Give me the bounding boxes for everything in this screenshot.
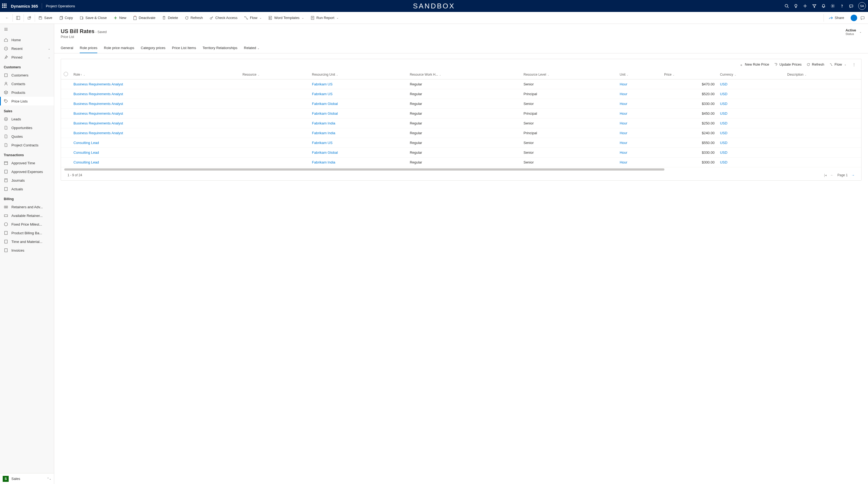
cell-level[interactable]: Senior bbox=[521, 148, 617, 157]
save-button[interactable]: Save bbox=[35, 12, 56, 24]
bell-icon[interactable] bbox=[822, 4, 826, 8]
nav-approved-expenses[interactable]: Approved Expenses bbox=[0, 167, 54, 176]
cell-resourcing-unit[interactable]: Fabrikam US bbox=[309, 89, 407, 99]
col-description[interactable]: Description⌄ bbox=[784, 70, 861, 80]
nav-customers[interactable]: Customers bbox=[0, 71, 54, 80]
nav-fixed-price[interactable]: Fixed Price Milest... bbox=[0, 220, 54, 229]
cell-resourcing-unit[interactable]: Fabrikam US bbox=[309, 80, 407, 89]
cell-currency[interactable]: USD bbox=[717, 99, 784, 109]
cell-price[interactable]: $550.00 bbox=[661, 138, 717, 148]
nav-journals[interactable]: Journals bbox=[0, 176, 54, 185]
pager-first-button[interactable]: |◂ bbox=[824, 173, 827, 177]
col-unit[interactable]: Unit⌄ bbox=[617, 70, 661, 80]
unit-link[interactable]: Hour bbox=[620, 112, 627, 116]
role-link[interactable]: Business Requirements Analyst bbox=[73, 112, 123, 116]
share-button[interactable]: Share bbox=[826, 12, 847, 24]
unit-link[interactable]: Hour bbox=[620, 92, 627, 96]
cell-role[interactable]: Business Requirements Analyst bbox=[71, 89, 240, 99]
app-launcher-icon[interactable] bbox=[2, 3, 7, 8]
col-role[interactable]: Role↑⌄ bbox=[71, 70, 240, 80]
unit-org-link[interactable]: Fabrikam India bbox=[312, 160, 335, 164]
unit-link[interactable]: Hour bbox=[620, 150, 627, 155]
cell-work-hours[interactable]: Regular bbox=[407, 89, 521, 99]
cell-resourcing-unit[interactable]: Fabrikam India bbox=[309, 119, 407, 128]
row-select[interactable] bbox=[61, 109, 71, 119]
cell-work-hours[interactable]: Regular bbox=[407, 80, 521, 89]
cell-role[interactable]: Consulting Lead bbox=[71, 157, 240, 167]
new-window-button[interactable] bbox=[24, 12, 35, 24]
cell-price[interactable]: $300.00 bbox=[661, 157, 717, 167]
tab-general[interactable]: General bbox=[61, 43, 73, 53]
cell-unit[interactable]: Hour bbox=[617, 138, 661, 148]
cell-description[interactable] bbox=[784, 109, 861, 119]
cell-resource[interactable] bbox=[240, 157, 309, 167]
plus-icon[interactable] bbox=[803, 4, 807, 8]
cell-price[interactable]: $330.00 bbox=[661, 99, 717, 109]
back-button[interactable]: ← bbox=[2, 12, 12, 24]
cell-resourcing-unit[interactable]: Fabrikam India bbox=[309, 128, 407, 138]
unit-link[interactable]: Hour bbox=[620, 131, 627, 135]
row-select[interactable] bbox=[61, 128, 71, 138]
table-row[interactable]: Business Requirements AnalystFabrikam In… bbox=[61, 128, 861, 138]
currency-link[interactable]: USD bbox=[720, 131, 727, 135]
row-select[interactable] bbox=[61, 89, 71, 99]
cell-resource[interactable] bbox=[240, 109, 309, 119]
cell-resourcing-unit[interactable]: Fabrikam Global bbox=[309, 99, 407, 109]
cell-role[interactable]: Business Requirements Analyst bbox=[71, 80, 240, 89]
unit-org-link[interactable]: Fabrikam US bbox=[312, 82, 333, 86]
role-link[interactable]: Consulting Lead bbox=[73, 141, 99, 145]
copy-button[interactable]: Copy bbox=[56, 12, 76, 24]
cell-resourcing-unit[interactable]: Fabrikam US bbox=[309, 138, 407, 148]
cell-description[interactable] bbox=[784, 157, 861, 167]
cell-price[interactable]: $450.00 bbox=[661, 109, 717, 119]
cell-work-hours[interactable]: Regular bbox=[407, 99, 521, 109]
unit-link[interactable]: Hour bbox=[620, 141, 627, 145]
pager-prev-button[interactable]: ← bbox=[830, 173, 834, 177]
row-select[interactable] bbox=[61, 157, 71, 167]
unit-link[interactable]: Hour bbox=[620, 102, 627, 106]
col-price[interactable]: Price⌄ bbox=[661, 70, 717, 80]
user-avatar[interactable]: SA bbox=[858, 2, 866, 10]
update-prices-button[interactable]: Update Prices bbox=[774, 62, 802, 66]
cell-unit[interactable]: Hour bbox=[617, 99, 661, 109]
cell-price[interactable]: $250.00 bbox=[661, 119, 717, 128]
cell-currency[interactable]: USD bbox=[717, 89, 784, 99]
assistant-icon[interactable] bbox=[849, 4, 854, 8]
nav-project-contracts[interactable]: Project Contracts bbox=[0, 141, 54, 149]
table-row[interactable]: Business Requirements AnalystFabrikam US… bbox=[61, 89, 861, 99]
assistant-pane-button[interactable] bbox=[859, 12, 866, 24]
nav-product-billing[interactable]: Product Billing Ba... bbox=[0, 229, 54, 237]
cell-description[interactable] bbox=[784, 80, 861, 89]
role-link[interactable]: Consulting Lead bbox=[73, 150, 99, 155]
col-resource[interactable]: Resource⌄ bbox=[240, 70, 309, 80]
cell-resource[interactable] bbox=[240, 128, 309, 138]
nav-actuals[interactable]: Actuals bbox=[0, 185, 54, 193]
cell-unit[interactable]: Hour bbox=[617, 119, 661, 128]
new-button[interactable]: New bbox=[110, 12, 130, 24]
col-resource-work-hours[interactable]: Resource Work H...⌄ bbox=[407, 70, 521, 80]
check-access-button[interactable]: Check Access bbox=[206, 12, 241, 24]
collapse-nav-button[interactable] bbox=[0, 24, 54, 35]
run-report-button[interactable]: Run Report⌄ bbox=[307, 12, 342, 24]
currency-link[interactable]: USD bbox=[720, 102, 727, 106]
cell-role[interactable]: Business Requirements Analyst bbox=[71, 128, 240, 138]
unit-org-link[interactable]: Fabrikam US bbox=[312, 141, 333, 145]
table-row[interactable]: Business Requirements AnalystFabrikam Gl… bbox=[61, 99, 861, 109]
col-currency[interactable]: Currency⌄ bbox=[717, 70, 784, 80]
module-label[interactable]: Project Operations bbox=[46, 4, 75, 8]
cell-level[interactable]: Senior bbox=[521, 157, 617, 167]
unit-org-link[interactable]: Fabrikam Global bbox=[312, 112, 338, 116]
nav-contacts[interactable]: Contacts bbox=[0, 80, 54, 88]
nav-opportunities[interactable]: Opportunities bbox=[0, 123, 54, 132]
cell-level[interactable]: Senior bbox=[521, 119, 617, 128]
col-resource-level[interactable]: Resource Level⌄ bbox=[521, 70, 617, 80]
unit-org-link[interactable]: Fabrikam India bbox=[312, 121, 335, 125]
pager-next-button[interactable]: → bbox=[851, 173, 855, 177]
word-templates-button[interactable]: Word Templates⌄ bbox=[265, 12, 307, 24]
refresh-button[interactable]: Refresh bbox=[181, 12, 206, 24]
cell-currency[interactable]: USD bbox=[717, 80, 784, 89]
unit-org-link[interactable]: Fabrikam Global bbox=[312, 150, 338, 155]
cell-resource[interactable] bbox=[240, 148, 309, 157]
cell-unit[interactable]: Hour bbox=[617, 89, 661, 99]
cell-resource[interactable] bbox=[240, 89, 309, 99]
